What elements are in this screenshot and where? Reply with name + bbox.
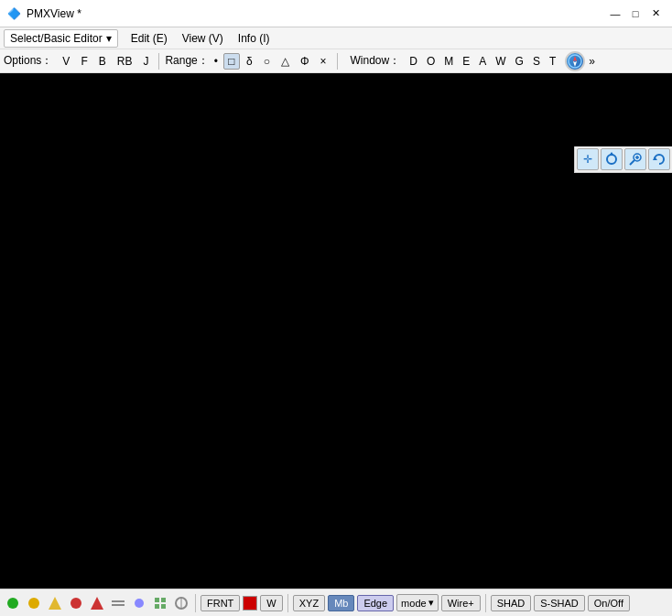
more-button[interactable]: »: [587, 55, 597, 68]
range-square[interactable]: □: [223, 53, 240, 70]
svg-rect-18: [112, 604, 125, 606]
opt-b[interactable]: B: [94, 54, 111, 69]
menu-view[interactable]: View (V): [175, 30, 231, 47]
close-button[interactable]: ✕: [646, 5, 665, 23]
svg-rect-21: [161, 598, 166, 602]
range-symbol: •: [214, 55, 218, 68]
separator-1: [158, 53, 159, 70]
compass-icon: [568, 54, 582, 69]
mode-arrow-icon: ▾: [428, 597, 434, 609]
viewport-container: ✛: [0, 73, 672, 589]
app-icon: 🔷: [7, 7, 21, 20]
move-icon[interactable]: ✛: [577, 148, 599, 170]
opt-v[interactable]: V: [58, 54, 74, 69]
bot-icon-9[interactable]: [172, 594, 190, 612]
range-label: Range：: [165, 53, 208, 69]
shad-button[interactable]: SHAD: [491, 595, 532, 611]
sshad-button[interactable]: S-SHAD: [534, 595, 585, 611]
color-swatch[interactable]: [243, 596, 257, 611]
dropdown-arrow-icon: ▾: [106, 32, 112, 45]
win-o[interactable]: O: [423, 54, 439, 69]
win-d[interactable]: D: [406, 54, 421, 69]
bot-icon-1[interactable]: [4, 594, 22, 612]
win-w[interactable]: W: [492, 54, 509, 69]
svg-line-7: [630, 160, 634, 165]
bot-icon-4[interactable]: [67, 594, 85, 612]
svg-rect-20: [155, 598, 159, 602]
win-t[interactable]: T: [546, 54, 559, 69]
icon-toolbar: ✛: [574, 146, 672, 173]
win-g[interactable]: G: [512, 54, 527, 69]
bot-icon-6[interactable]: [109, 594, 127, 612]
xyz-button[interactable]: XYZ: [293, 595, 325, 611]
menubar: Select/Basic Editor ▾ Edit (E) View (V) …: [0, 27, 672, 49]
svg-marker-1: [573, 56, 577, 61]
zoom-icon[interactable]: [624, 148, 646, 170]
win-m[interactable]: M: [440, 54, 457, 69]
win-a[interactable]: A: [475, 54, 490, 69]
optionsbar: Options： V F B RB J Range： • □ δ ○ △ Φ ×…: [0, 49, 672, 73]
options-label: Options：: [4, 53, 52, 69]
svg-rect-17: [112, 600, 125, 602]
svg-marker-6: [610, 152, 613, 155]
bot-sep-2: [287, 594, 288, 612]
range-delta[interactable]: δ: [242, 54, 257, 69]
svg-point-12: [7, 598, 18, 609]
mb-button[interactable]: Mb: [328, 595, 354, 611]
svg-marker-14: [49, 597, 61, 610]
rotate-icon[interactable]: [601, 148, 623, 170]
menu-info[interactable]: Info (I): [231, 30, 277, 47]
opt-rb[interactable]: RB: [113, 54, 137, 69]
svg-text:✛: ✛: [583, 153, 592, 166]
win-e[interactable]: E: [459, 54, 473, 69]
bottombar: FRNT W XYZ Mb Edge mode ▾ Wire+ SHAD S-S…: [0, 589, 672, 616]
opt-j[interactable]: J: [138, 54, 153, 69]
bot-icon-8[interactable]: [151, 594, 169, 612]
menu-edit[interactable]: Edit (E): [124, 30, 175, 47]
editor-dropdown-label: Select/Basic Editor: [10, 32, 103, 45]
mode-label: mode: [401, 598, 427, 609]
onoff-button[interactable]: On/Off: [588, 595, 630, 611]
w-button[interactable]: W: [260, 595, 282, 611]
bot-icon-7[interactable]: [130, 594, 148, 612]
range-x[interactable]: ×: [316, 54, 331, 69]
bot-sep-1: [195, 594, 196, 612]
svg-point-19: [135, 599, 144, 608]
window-label: Window：: [351, 53, 401, 69]
range-triangle[interactable]: △: [276, 54, 294, 69]
svg-point-15: [70, 598, 81, 609]
svg-point-4: [607, 155, 616, 164]
maximize-button[interactable]: □: [626, 5, 645, 23]
editor-dropdown[interactable]: Select/Basic Editor ▾: [4, 29, 118, 48]
svg-rect-22: [155, 604, 159, 609]
titlebar-left: 🔷 PMXView *: [7, 7, 81, 20]
svg-rect-23: [161, 604, 166, 609]
titlebar-controls: — □ ✕: [606, 5, 665, 23]
bot-sep-3: [485, 594, 486, 612]
main-content: Select/Basic Editor ▾ Edit (E) View (V) …: [0, 27, 672, 616]
wireplus-button[interactable]: Wire+: [441, 595, 481, 611]
bot-icon-3[interactable]: [46, 594, 64, 612]
range-circle[interactable]: ○: [259, 54, 275, 69]
bot-icon-5[interactable]: [88, 594, 106, 612]
win-s[interactable]: S: [529, 54, 544, 69]
bot-icon-2[interactable]: [25, 594, 43, 612]
range-phi[interactable]: Φ: [296, 54, 314, 69]
svg-point-13: [28, 598, 39, 609]
svg-marker-16: [91, 597, 103, 610]
svg-marker-2: [573, 61, 577, 67]
refresh-icon[interactable]: [648, 148, 670, 170]
mode-dropdown[interactable]: mode ▾: [396, 594, 439, 611]
frnt-button[interactable]: FRNT: [201, 595, 240, 611]
separator-2: [337, 53, 338, 70]
window-title: PMXView *: [27, 7, 81, 20]
compass-button[interactable]: [565, 51, 585, 71]
titlebar: 🔷 PMXView * — □ ✕: [0, 0, 672, 27]
minimize-button[interactable]: —: [606, 5, 624, 23]
opt-f[interactable]: F: [76, 54, 92, 69]
edge-button[interactable]: Edge: [357, 595, 394, 611]
